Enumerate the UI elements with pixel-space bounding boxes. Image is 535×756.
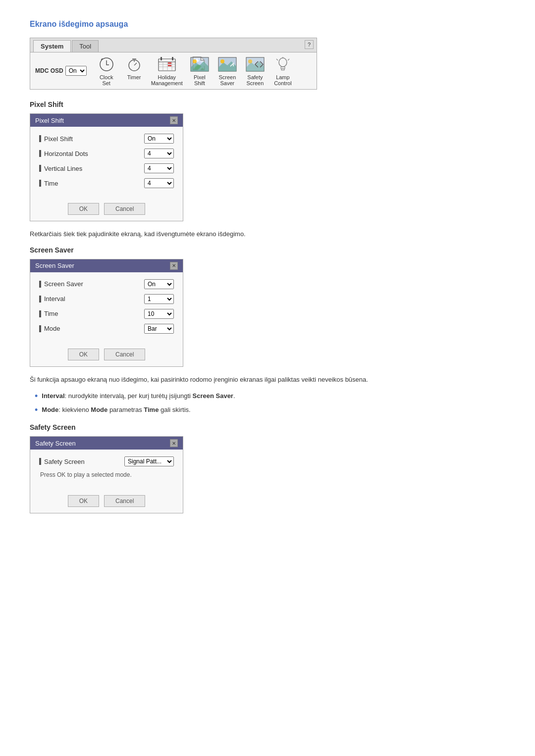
help-button[interactable]: ? (305, 40, 314, 49)
screen-saver-label-0: Screen Saver (39, 280, 83, 288)
screen-saver-field-label-3: Mode (44, 325, 60, 332)
safety-screen-cancel-button[interactable]: Cancel (104, 495, 145, 507)
safety-screen-close-button[interactable]: ✕ (170, 439, 178, 447)
pixel-shift-select-1[interactable]: 4123 (144, 149, 174, 158)
bullet-item-mode: • Mode: kiekvieno Mode parametras Time g… (35, 405, 505, 415)
safety-screen-label2: Screen (246, 80, 264, 86)
safety-screen-body: Safety Screen Signal Patt... All White S… (30, 450, 183, 490)
tab-tool[interactable]: Tool (72, 40, 99, 52)
screen-saver-select-3[interactable]: BarFadeScroll (144, 324, 174, 334)
pixel-shift-select-0[interactable]: OnOff (144, 134, 174, 144)
mdc-osd-select[interactable]: On Off (65, 66, 87, 76)
toolbar-clock-set[interactable]: Clock Set (96, 55, 117, 86)
pixel-shift-close-button[interactable]: ✕ (170, 116, 178, 124)
field-bar (39, 150, 41, 157)
clock-set-icon (97, 55, 116, 73)
screen-saver-close-button[interactable]: ✕ (170, 262, 178, 270)
screen-saver-footer: OK Cancel (30, 344, 183, 366)
screen-saver-icon (217, 55, 237, 73)
pixel-shift-row-2: Vertical Lines 4123 (39, 163, 174, 173)
clock-set-label1: Clock (100, 74, 113, 80)
screen-saver-field-label-0: Screen Saver (44, 280, 83, 288)
safety-screen-row-0: Safety Screen Signal Patt... All White S… (39, 456, 174, 466)
screen-saver-field-label-1: Interval (44, 295, 65, 302)
pixel-shift-ok-button[interactable]: OK (68, 203, 99, 215)
toolbar-holiday-management[interactable]: Holiday Management (151, 55, 183, 86)
field-bar (39, 458, 41, 465)
pixel-shift-cancel-button[interactable]: Cancel (104, 203, 145, 215)
timer-label1: Timer (127, 74, 141, 80)
safety-screen-note: Press OK to play a selected mode. (39, 471, 174, 478)
screen-saver-label-2: Time (39, 310, 58, 317)
toolbar-pixel-shift[interactable]: Pixel Shift (189, 55, 211, 86)
screen-saver-label-3: Mode (39, 325, 60, 332)
toolbar-window: System Tool ? MDC OSD On Off (30, 38, 317, 90)
bullet-interval-rest: : nurodykite intervalą, per kurį turėtų … (65, 392, 193, 400)
screen-saver-select-0[interactable]: OnOff (144, 279, 174, 289)
safety-screen-select-0[interactable]: Signal Patt... All White Scroll (124, 456, 174, 466)
safety-screen-dialog: Safety Screen ✕ Safety Screen Signal Pat… (30, 436, 183, 513)
toolbar-icons: Clock Set Timer (96, 55, 294, 86)
clock-set-label2: Set (102, 80, 110, 86)
field-bar (39, 135, 41, 142)
safety-screen-label1: Safety (247, 74, 263, 80)
bullet-interval-bold: Screen Saver (193, 392, 233, 400)
svg-rect-6 (160, 57, 162, 60)
holiday-management-icon (157, 55, 177, 73)
screen-saver-select-1[interactable]: 123 (144, 294, 174, 304)
lamp-control-label2: Control (274, 80, 291, 86)
toolbar-lamp-control[interactable]: Lamp Control (272, 55, 294, 86)
screen-saver-ok-button[interactable]: OK (68, 349, 99, 360)
svg-rect-4 (159, 59, 175, 71)
field-bar (39, 281, 41, 288)
tab-system[interactable]: System (33, 40, 71, 52)
screen-saver-row-3: Mode BarFadeScroll (39, 324, 174, 334)
svg-rect-14 (168, 65, 171, 66)
pixel-shift-select-3[interactable]: 4123 (144, 178, 174, 188)
svg-point-18 (193, 59, 197, 63)
safety-screen-icon (245, 55, 265, 73)
page-title: Ekrano išdegimo apsauga (30, 20, 505, 29)
screen-saver-title: Screen Saver (35, 262, 74, 269)
pixel-shift-label1: Pixel (194, 74, 206, 80)
screen-saver-label-1: Interval (39, 295, 65, 302)
screen-saver-body: Screen Saver OnOff Interval 123 Time 105… (30, 272, 183, 344)
bullet-item-interval: • Interval: nurodykite intervalą, per ku… (35, 391, 505, 401)
svg-line-31 (276, 59, 278, 60)
pixel-shift-row-1: Horizontal Dots 4123 (39, 149, 174, 158)
toolbar-timer[interactable]: Timer (123, 55, 145, 86)
pixel-shift-row-0: Pixel Shift OnOff (39, 134, 174, 144)
svg-point-26 (248, 59, 252, 63)
screen-saver-field-label-2: Time (44, 310, 58, 317)
field-bar (39, 296, 41, 302)
bullet-mode-rest: : kiekvieno (58, 406, 91, 413)
screen-saver-row-2: Time 1051520 (39, 309, 174, 319)
pixel-shift-body: Pixel Shift OnOff Horizontal Dots 4123 V… (30, 127, 183, 198)
lamp-control-label1: Lamp (276, 74, 290, 80)
screen-saver-select-2[interactable]: 1051520 (144, 309, 174, 319)
safety-screen-field-label-0: Safety Screen (44, 458, 85, 465)
toolbar-safety-screen[interactable]: Safety Screen (244, 55, 266, 86)
svg-rect-29 (281, 69, 284, 70)
screen-saver-dialog: Screen Saver ✕ Screen Saver OnOff Interv… (30, 259, 183, 367)
svg-line-32 (288, 59, 289, 60)
field-bar (39, 165, 41, 172)
svg-rect-7 (172, 57, 173, 60)
pixel-shift-select-2[interactable]: 4123 (144, 163, 174, 173)
bullet-mode-rest2: parametras (107, 406, 144, 413)
svg-point-22 (220, 59, 224, 63)
screen-saver-cancel-button[interactable]: Cancel (104, 349, 145, 360)
toolbar-screen-saver[interactable]: Screen Saver (216, 55, 238, 86)
pixel-shift-section-heading: Pixel Shift (30, 101, 505, 108)
pixel-shift-label-0: Pixel Shift (39, 135, 73, 143)
screen-saver-label1: Screen (218, 74, 236, 80)
pixel-shift-titlebar: Pixel Shift ✕ (30, 114, 183, 127)
safety-screen-ok-button[interactable]: OK (68, 495, 99, 507)
bullet-dot-2: • (35, 405, 38, 414)
bullet-mode-bold2: Time (144, 406, 159, 413)
screen-saver-label2: Saver (220, 80, 235, 86)
bullet-interval-term: Interval (42, 392, 64, 400)
pixel-shift-footer: OK Cancel (30, 198, 183, 221)
safety-screen-footer: OK Cancel (30, 490, 183, 513)
safety-screen-titlebar: Safety Screen ✕ (30, 437, 183, 450)
